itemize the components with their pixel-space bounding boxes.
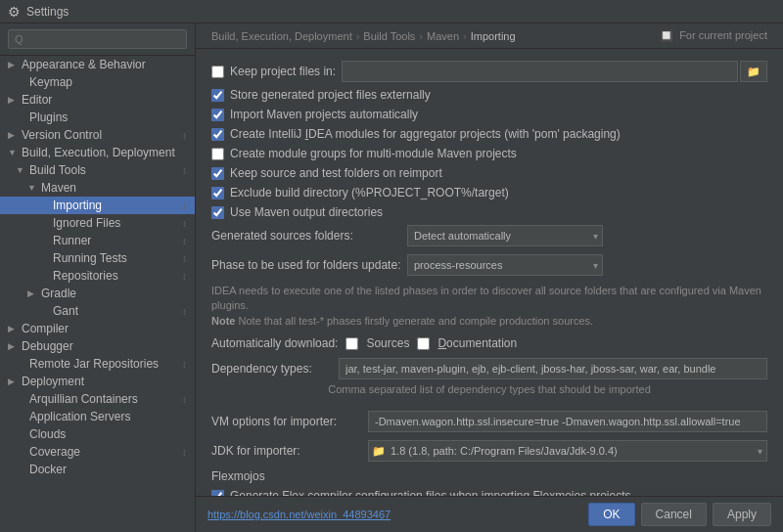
sidebar-item-app-servers[interactable]: Application Servers — [0, 408, 195, 425]
arrow-maven: ▼ — [27, 183, 39, 193]
jdk-select[interactable]: 1.8 (1.8, path: C:/Program Files/Java/Jd… — [368, 440, 767, 462]
sync-icon-arquillian: ↕ — [182, 394, 187, 405]
hint-text: IDEA needs to execute one of the listed … — [211, 284, 767, 329]
content-area: Build, Execution, Deployment › Build Too… — [196, 23, 783, 532]
phase-update-label: Phase to be used for folders update: — [211, 258, 407, 272]
breadcrumb-part-2: Build Tools — [363, 30, 415, 42]
dependency-types-input[interactable] — [339, 358, 767, 379]
sidebar-item-compiler[interactable]: ▶Compiler — [0, 320, 195, 337]
window-title: Settings — [26, 5, 69, 19]
sync-icon-ignored-files: ↕ — [182, 218, 187, 229]
use-maven-checkbox[interactable] — [211, 206, 224, 219]
create-intellij-label: Create IntelliJ IDEA modules for aggrega… — [230, 127, 621, 141]
csdn-link[interactable]: https://blog.csdn.net/weixin_44893467 — [207, 509, 391, 520]
sync-icon-remote-jar: ↕ — [182, 359, 187, 370]
sidebar-item-label-editor: Editor — [22, 93, 52, 107]
sidebar-item-running-tests[interactable]: Running Tests↕ — [0, 249, 195, 267]
import-maven-checkbox[interactable] — [211, 109, 224, 121]
sidebar-item-ignored-files[interactable]: Ignored Files↕ — [0, 214, 195, 232]
keep-source-row: Keep source and test folders on reimport — [211, 166, 767, 180]
sidebar-item-coverage[interactable]: Coverage↕ — [0, 443, 195, 461]
sidebar-item-importing[interactable]: Importing↕ — [0, 197, 195, 214]
sidebar-item-label-appearance: Appearance & Behavior — [22, 58, 146, 71]
sidebar-item-label-remote-jar: Remote Jar Repositories — [29, 357, 159, 371]
create-module-groups-checkbox[interactable] — [211, 148, 224, 160]
sidebar-item-plugins[interactable]: Plugins — [0, 109, 195, 126]
sidebar-item-label-clouds: Clouds — [29, 427, 66, 441]
sidebar-item-deployment[interactable]: ▶Deployment — [0, 373, 195, 390]
keep-project-files-checkbox[interactable] — [211, 66, 224, 78]
sync-icon-running-tests: ↕ — [182, 253, 187, 264]
keep-source-label: Keep source and test folders on reimport — [230, 166, 442, 180]
vm-options-input[interactable] — [368, 411, 767, 432]
sidebar-item-label-repositories: Repositories — [53, 269, 118, 283]
settings-icon: ⚙ — [8, 4, 21, 20]
sidebar-item-label-maven: Maven — [41, 181, 76, 195]
apply-button[interactable]: Apply — [713, 503, 771, 526]
keep-source-checkbox[interactable] — [211, 167, 224, 180]
arrow-editor: ▶ — [8, 95, 20, 105]
use-maven-row: Use Maven output directories — [211, 205, 767, 219]
arrow-deployment: ▶ — [8, 377, 20, 386]
documentation-checkbox[interactable] — [417, 337, 430, 350]
generated-sources-select[interactable]: Detect automatically Do not generate — [407, 225, 603, 246]
sidebar-item-label-docker: Docker — [29, 463, 67, 476]
sidebar-item-runner[interactable]: Runner↕ — [0, 232, 195, 249]
keep-project-files-input[interactable] — [342, 61, 738, 82]
store-generated-row: Store generated project files externally — [211, 88, 767, 102]
sidebar-item-label-app-servers: Application Servers — [29, 410, 130, 423]
breadcrumb: Build, Execution, Deployment › Build Too… — [196, 23, 783, 49]
arrow-compiler: ▶ — [8, 324, 20, 333]
sidebar-item-label-deployment: Deployment — [22, 375, 84, 388]
sidebar-item-build-tools[interactable]: ▼Build Tools↕ — [0, 161, 195, 179]
sidebar-item-clouds[interactable]: Clouds — [0, 425, 195, 443]
store-generated-label: Store generated project files externally — [230, 88, 431, 102]
title-bar: ⚙ Settings — [0, 0, 783, 23]
breadcrumb-sep-2: › — [419, 30, 423, 42]
sidebar-item-debugger[interactable]: ▶Debugger — [0, 337, 195, 355]
sidebar-item-gradle[interactable]: ▶Gradle — [0, 285, 195, 302]
settings-panel: Keep project files in: 📁 Store generated… — [196, 49, 783, 496]
sidebar-item-maven[interactable]: ▼Maven — [0, 179, 195, 197]
search-input[interactable] — [8, 29, 187, 49]
sidebar-item-docker[interactable]: Docker — [0, 461, 195, 478]
sidebar-item-label-running-tests: Running Tests — [53, 251, 127, 265]
sidebar-item-label-keymap: Keymap — [29, 75, 72, 89]
phase-update-select[interactable]: process-resources generate-sources gener… — [407, 254, 603, 276]
sidebar-tree: ▶Appearance & BehaviorKeymap▶EditorPlugi… — [0, 56, 195, 478]
sidebar-item-build-execution[interactable]: ▼Build, Execution, Deployment — [0, 144, 195, 161]
sync-icon-repositories: ↕ — [182, 271, 187, 282]
sidebar-item-version-control[interactable]: ▶Version Control↕ — [0, 126, 195, 144]
sidebar-item-label-build-tools: Build Tools — [29, 163, 86, 177]
cancel-button[interactable]: Cancel — [641, 503, 707, 526]
main-container: ▶Appearance & BehaviorKeymap▶EditorPlugi… — [0, 23, 783, 532]
sidebar-item-appearance[interactable]: ▶Appearance & Behavior — [0, 56, 195, 73]
sidebar-item-remote-jar[interactable]: Remote Jar Repositories↕ — [0, 355, 195, 373]
sources-checkbox[interactable] — [345, 337, 358, 350]
keep-project-files-folder-btn[interactable]: 📁 — [740, 61, 767, 82]
auto-download-row: Automatically download: Sources Document… — [211, 336, 767, 350]
phase-update-row: Phase to be used for folders update: pro… — [211, 254, 767, 276]
sidebar-item-repositories[interactable]: Repositories↕ — [0, 267, 195, 285]
sidebar-item-label-debugger: Debugger — [22, 339, 73, 353]
bottom-bar: https://blog.csdn.net/weixin_44893467 OK… — [196, 496, 783, 532]
search-box — [0, 23, 195, 56]
sync-icon-version-control: ↕ — [182, 130, 187, 141]
exclude-build-checkbox[interactable] — [211, 187, 224, 200]
exclude-build-row: Exclude build directory (%PROJECT_ROOT%/… — [211, 186, 767, 200]
arrow-appearance: ▶ — [8, 60, 20, 69]
create-intellij-row: Create IntelliJ IDEA modules for aggrega… — [211, 127, 767, 141]
sidebar-item-arquillian[interactable]: Arquillian Containers↕ — [0, 390, 195, 408]
sidebar-item-label-coverage: Coverage — [29, 445, 80, 459]
sidebar-item-gant[interactable]: Gant↕ — [0, 302, 195, 320]
breadcrumb-current: Importing — [471, 30, 516, 42]
breadcrumb-part-3: Maven — [427, 30, 459, 42]
vm-options-row: VM options for importer: — [211, 411, 767, 432]
create-intellij-checkbox[interactable] — [211, 128, 224, 141]
ok-button[interactable]: OK — [588, 503, 634, 526]
sidebar-item-keymap[interactable]: Keymap — [0, 73, 195, 91]
sidebar-item-editor[interactable]: ▶Editor — [0, 91, 195, 109]
jdk-row: JDK for importer: 📁 1.8 (1.8, path: C:/P… — [211, 440, 767, 462]
store-generated-checkbox[interactable] — [211, 89, 224, 102]
jdk-select-wrap: 📁 1.8 (1.8, path: C:/Program Files/Java/… — [368, 440, 767, 462]
